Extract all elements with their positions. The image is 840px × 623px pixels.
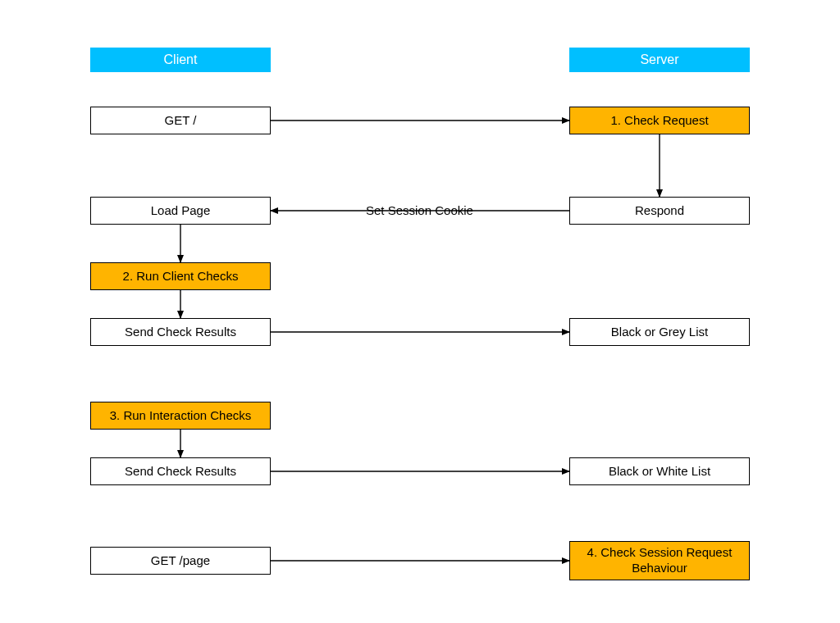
edge-label-set-cookie: Set Session Cookie xyxy=(361,203,478,217)
diagram-arrows xyxy=(0,0,840,623)
server-header: Server xyxy=(569,48,750,72)
client-run-client-checks: 2. Run Client Checks xyxy=(90,262,271,290)
client-run-interaction-checks: 3. Run Interaction Checks xyxy=(90,402,271,430)
server-grey-list: Black or Grey List xyxy=(569,318,750,346)
server-respond: Respond xyxy=(569,197,750,225)
server-white-list: Black or White List xyxy=(569,457,750,485)
server-check-session: 4. Check Session Request Behaviour xyxy=(569,541,750,580)
client-load-page: Load Page xyxy=(90,197,271,225)
client-send-results-2: Send Check Results xyxy=(90,457,271,485)
client-get-root: GET / xyxy=(90,107,271,134)
server-check-request: 1. Check Request xyxy=(569,107,750,134)
client-send-results-1: Send Check Results xyxy=(90,318,271,346)
client-header: Client xyxy=(90,48,271,72)
client-get-page: GET /page xyxy=(90,547,271,575)
